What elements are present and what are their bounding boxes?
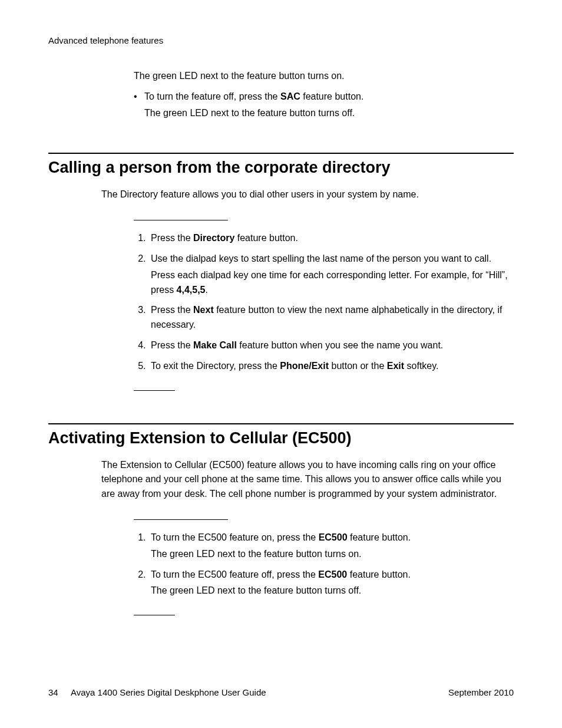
bullet-text-post: feature button. <box>300 91 364 101</box>
steps-bottom-rule <box>134 390 175 391</box>
section-divider <box>48 153 514 154</box>
step-bold: Next <box>193 305 214 315</box>
step-item: To turn the EC500 feature on, press the … <box>148 531 514 562</box>
step-item: To turn the EC500 feature off, press the… <box>148 568 514 599</box>
step-item: Press the Directory feature button. <box>148 231 514 246</box>
page: Advanced telephone features The green LE… <box>0 0 562 728</box>
bullet-subline: The green LED next to the feature button… <box>144 106 363 121</box>
step-text: . <box>206 285 208 295</box>
step-item: To exit the Directory, press the Phone/E… <box>148 359 514 374</box>
step-text: feature button. <box>234 233 298 243</box>
steps-top-rule <box>134 220 228 220</box>
step-bold: EC500 <box>318 569 347 579</box>
step-subline: The green LED next to the feature button… <box>151 547 514 562</box>
step-text: Press the <box>151 305 193 315</box>
steps-list: To turn the EC500 feature on, press the … <box>48 531 514 598</box>
steps-top-rule <box>134 519 228 520</box>
step-bold: Phone/Exit <box>280 361 329 371</box>
step-bold: EC500 <box>319 532 348 542</box>
page-footer: 34 Avaya 1400 Series Digital Deskphone U… <box>48 687 514 697</box>
step-text: To turn the EC500 feature off, press the <box>151 569 318 579</box>
bullet-text-pre: To turn the feature off, press the <box>144 91 280 101</box>
continuation-line: The green LED next to the feature button… <box>134 69 514 84</box>
step-text: softkey. <box>404 361 438 371</box>
step-text: Press the <box>151 340 193 350</box>
section-heading-ec500: Activating Extension to Cellular (EC500) <box>48 429 514 447</box>
running-header: Advanced telephone features <box>48 35 514 45</box>
step-text: To exit the Directory, press the <box>151 361 280 371</box>
step-text: Use the dialpad keys to start spelling t… <box>151 253 491 263</box>
step-text: Press the <box>151 233 193 243</box>
bullet-item: • To turn the feature off, press the SAC… <box>134 90 514 121</box>
step-text: feature button when you see the name you… <box>237 340 443 350</box>
section-intro: The Directory feature allows you to dial… <box>101 187 514 202</box>
step-text: feature button. <box>347 569 411 579</box>
step-text: To turn the EC500 feature on, press the <box>151 532 319 542</box>
steps-list: Press the Directory feature button. Use … <box>48 231 514 373</box>
step-item: Press the Make Call feature button when … <box>148 338 514 353</box>
step-item: Use the dialpad keys to start spelling t… <box>148 252 514 297</box>
footer-date: September 2010 <box>448 687 514 697</box>
step-text: feature button. <box>348 532 411 542</box>
step-text: button or the <box>329 361 387 371</box>
section-intro: The Extension to Cellular (EC500) featur… <box>101 458 514 502</box>
prev-section-continuation: The green LED next to the feature button… <box>134 69 514 120</box>
footer-doc-title: Avaya 1400 Series Digital Deskphone User… <box>71 687 266 697</box>
step-bold: Make Call <box>193 340 237 350</box>
page-number: 34 <box>48 687 58 697</box>
step-bold: Exit <box>387 361 404 371</box>
step-bold: 4,4,5,5 <box>177 285 206 295</box>
section-divider <box>48 423 514 424</box>
step-bold: Directory <box>193 233 234 243</box>
bullet-marker: • <box>134 90 144 121</box>
section-heading-directory: Calling a person from the corporate dire… <box>48 159 514 177</box>
step-subline: The green LED next to the feature button… <box>151 584 514 598</box>
bullet-text-bold: SAC <box>280 91 300 101</box>
step-item: Press the Next feature button to view th… <box>148 303 514 332</box>
steps-bottom-rule <box>134 615 175 615</box>
